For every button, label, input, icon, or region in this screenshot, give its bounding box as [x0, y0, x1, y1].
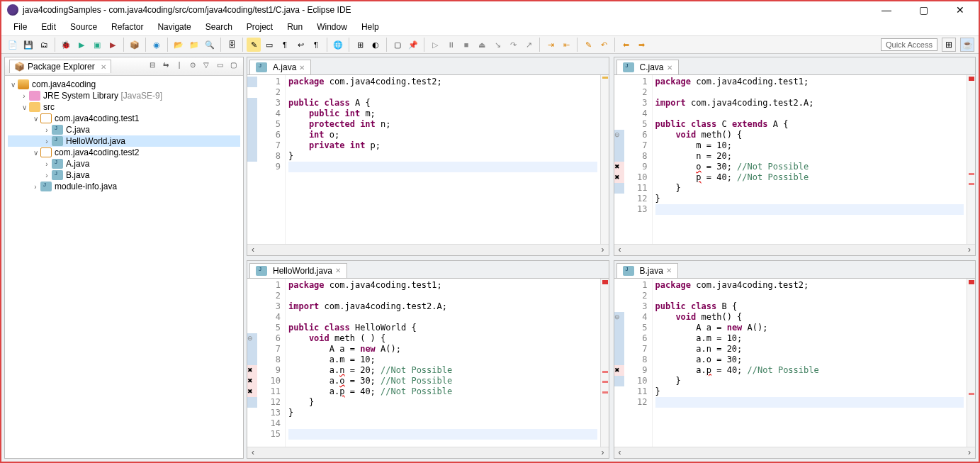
- menu-run[interactable]: Run: [281, 20, 309, 34]
- collapse-all-icon[interactable]: ⊟: [147, 61, 158, 72]
- debug-icon[interactable]: 🐞: [59, 38, 73, 52]
- editor-tab-hello[interactable]: HelloWorld.java✕: [249, 263, 347, 278]
- toggle-highlight-icon[interactable]: ⊞: [353, 38, 367, 52]
- disconnect-icon[interactable]: ⏏: [475, 38, 489, 52]
- warning-mark-icon[interactable]: [602, 77, 608, 79]
- menu-window[interactable]: Window: [310, 20, 354, 34]
- line-gutter[interactable]: 123456789101112131415: [257, 279, 286, 447]
- error-mark-icon[interactable]: [602, 391, 608, 394]
- overview-ruler[interactable]: [967, 279, 975, 447]
- error-mark-icon[interactable]: [602, 371, 608, 373]
- error-mark-icon[interactable]: [969, 183, 974, 185]
- close-tab-icon[interactable]: ✕: [667, 64, 672, 72]
- horizontal-scrollbar[interactable]: ‹›: [247, 447, 609, 458]
- package-tree[interactable]: ∨com.java4coding ›JRE System Library [Ja…: [5, 76, 243, 458]
- code-area[interactable]: package com.java4coding.test2; public cl…: [286, 75, 600, 244]
- error-marker-icon[interactable]: ✖: [247, 386, 257, 397]
- file-a-java[interactable]: ›A.java: [8, 158, 240, 169]
- terminate-icon[interactable]: ■: [459, 38, 473, 52]
- step-into-icon[interactable]: ↘: [490, 38, 505, 52]
- package-test2-node[interactable]: ∨com.java4coding.test2: [8, 147, 240, 158]
- java-perspective-button[interactable]: ☕: [960, 38, 974, 52]
- new-class-icon[interactable]: ◉: [150, 38, 164, 52]
- close-tab-icon[interactable]: ✕: [299, 64, 305, 72]
- error-marker-icon[interactable]: ✖: [247, 376, 257, 386]
- close-tab-icon[interactable]: ✕: [335, 267, 341, 274]
- new-icon[interactable]: 📄: [6, 38, 20, 52]
- editor-tab-c[interactable]: C.java✕: [616, 60, 679, 74]
- maximize-button[interactable]: ▢: [911, 4, 936, 16]
- error-marker-icon[interactable]: ✖: [247, 365, 257, 376]
- pilcrow-icon[interactable]: ¶: [309, 38, 323, 52]
- menu-search[interactable]: Search: [199, 20, 239, 34]
- overview-ruler[interactable]: [600, 75, 609, 244]
- block-sel-icon[interactable]: ▭: [262, 38, 276, 52]
- scroll-left-icon[interactable]: ‹: [247, 245, 259, 255]
- menu-help[interactable]: Help: [355, 20, 385, 34]
- horizontal-scrollbar[interactable]: ‹›: [614, 447, 976, 458]
- error-mark-icon[interactable]: [969, 393, 974, 395]
- scroll-left-icon[interactable]: ‹: [614, 245, 626, 255]
- file-c-java[interactable]: ›C.java: [8, 124, 240, 135]
- error-marker-icon[interactable]: ✖: [614, 162, 624, 172]
- back-history-icon[interactable]: ↶: [597, 38, 611, 52]
- ext-tools-icon[interactable]: ▶: [106, 38, 120, 52]
- show-whitespace-icon[interactable]: ¶: [278, 38, 292, 52]
- marker-column[interactable]: ⊖ ✖✖: [614, 75, 624, 244]
- scroll-left-icon[interactable]: ‹: [247, 447, 259, 458]
- search-icon[interactable]: 🔍: [203, 38, 217, 52]
- minimize-button[interactable]: —: [874, 4, 899, 16]
- wrap-icon[interactable]: ↩: [293, 38, 308, 52]
- step-return-icon[interactable]: ↗: [522, 38, 536, 52]
- coverage-icon[interactable]: ▣: [90, 38, 104, 52]
- mark-occurrences-icon[interactable]: ✎: [247, 38, 261, 52]
- menu-source[interactable]: Source: [64, 20, 103, 34]
- new-package-icon[interactable]: 📦: [128, 38, 142, 52]
- prev-annotation-icon[interactable]: ⇤: [559, 38, 573, 52]
- line-gutter[interactable]: 123456789101112: [624, 279, 653, 447]
- menu-refactor[interactable]: Refactor: [105, 20, 150, 34]
- marker-column[interactable]: ⊖ ✖: [614, 279, 624, 447]
- maximize-view-icon[interactable]: ▢: [227, 61, 239, 72]
- close-view-icon[interactable]: ✕: [101, 63, 106, 71]
- save-icon[interactable]: 💾: [21, 38, 35, 52]
- file-helloworld-java[interactable]: ›HelloWorld.java: [8, 135, 240, 147]
- open-perspective-button[interactable]: ⊞: [942, 38, 956, 52]
- line-gutter[interactable]: 1 2 3 4 5 6 7 8 9: [257, 75, 286, 244]
- src-folder-node[interactable]: ∨src: [8, 101, 240, 113]
- scroll-right-icon[interactable]: ›: [597, 447, 609, 458]
- marker-column[interactable]: [247, 75, 257, 244]
- scroll-right-icon[interactable]: ›: [597, 245, 609, 255]
- step-over-icon[interactable]: ↷: [506, 38, 520, 52]
- code-area[interactable]: package com.java4coding.test1; import co…: [653, 75, 967, 244]
- menu-project[interactable]: Project: [240, 20, 279, 34]
- open-task-icon[interactable]: 📁: [187, 38, 201, 52]
- forward-icon[interactable]: ➡: [634, 38, 648, 52]
- browser-icon[interactable]: 🌐: [331, 38, 345, 52]
- jre-library-node[interactable]: ›JRE System Library [JavaSE-9]: [8, 90, 240, 101]
- package-test1-node[interactable]: ∨com.java4coding.test1: [8, 113, 240, 124]
- line-gutter[interactable]: 12345678910111213: [624, 75, 653, 244]
- save-all-icon[interactable]: 🗂: [37, 38, 51, 52]
- scroll-right-icon[interactable]: ›: [964, 245, 975, 255]
- horizontal-scrollbar[interactable]: ‹›: [614, 244, 976, 255]
- error-mark-icon[interactable]: [969, 173, 974, 175]
- next-annotation-icon[interactable]: ⇥: [543, 38, 558, 52]
- menu-file[interactable]: File: [7, 20, 33, 34]
- error-mark-icon[interactable]: [602, 381, 608, 383]
- overview-ruler[interactable]: [967, 75, 975, 244]
- scroll-left-icon[interactable]: ‹: [614, 447, 626, 458]
- marker-column[interactable]: ⊖ ✖✖✖: [247, 279, 257, 447]
- horizontal-scrollbar[interactable]: ‹›: [247, 244, 609, 255]
- minimize-view-icon[interactable]: ▭: [214, 61, 225, 72]
- editor-tab-b[interactable]: B.java✕: [616, 263, 678, 278]
- project-node[interactable]: ∨com.java4coding: [8, 79, 240, 90]
- last-edit-icon[interactable]: ✎: [581, 38, 595, 52]
- error-summary-icon[interactable]: [969, 280, 974, 284]
- run-icon[interactable]: ▶: [74, 38, 89, 52]
- window-new-icon[interactable]: ▢: [390, 38, 405, 52]
- error-summary-icon[interactable]: [602, 280, 608, 284]
- editor-tab-a[interactable]: A.java✕: [249, 60, 311, 74]
- back-icon[interactable]: ⬅: [619, 38, 633, 52]
- pin-icon[interactable]: 📌: [406, 38, 420, 52]
